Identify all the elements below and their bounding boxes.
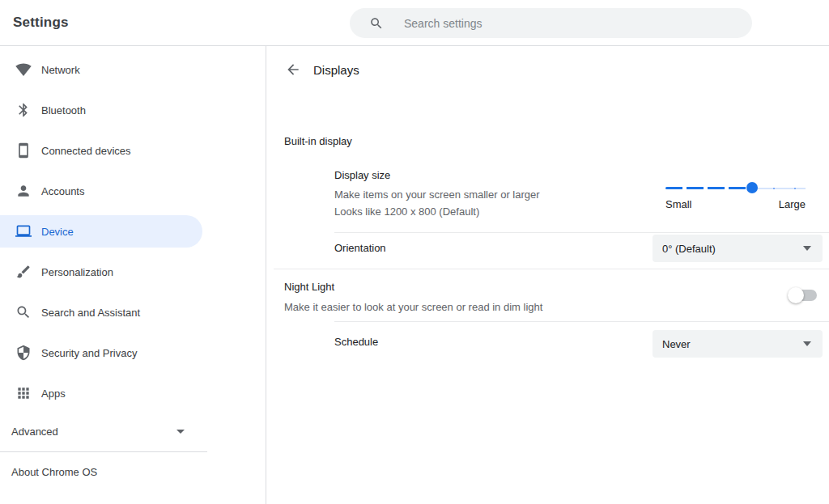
row-divider: [334, 232, 829, 233]
slider-max-label: Large: [779, 198, 806, 210]
search-bar[interactable]: [350, 8, 752, 38]
bluetooth-icon: [15, 102, 32, 118]
app-title: Settings: [13, 15, 69, 31]
brush-icon: [15, 264, 32, 280]
slider-min-label: Small: [665, 198, 692, 210]
sidebar-item-device[interactable]: Device: [0, 211, 266, 252]
sidebar-item-about-chrome-os[interactable]: About Chrome OS: [0, 466, 266, 478]
sidebar-item-label: Accounts: [41, 185, 84, 197]
sidebar-item-label: Apps: [41, 388, 66, 400]
sidebar: Network Bluetooth Connected devices Acco…: [0, 46, 266, 504]
search-input[interactable]: [404, 17, 739, 30]
sidebar-item-label: Bluetooth: [41, 104, 86, 116]
chevron-down-icon: [803, 341, 811, 346]
sidebar-item-label: Search and Assistant: [41, 307, 140, 319]
sidebar-item-network[interactable]: Network: [0, 49, 266, 90]
search-icon: [369, 16, 384, 31]
shield-icon: [15, 345, 32, 361]
orientation-dropdown[interactable]: 0° (Default): [653, 235, 823, 262]
section-divider: [274, 269, 829, 269]
orientation-value: 0° (Default): [662, 243, 803, 255]
display-size-description-line1: Make items on your screen smaller or lar…: [334, 186, 540, 203]
chevron-down-icon: [176, 430, 185, 434]
display-size-slider-fill: [665, 187, 752, 189]
display-size-slider-thumb[interactable]: [746, 182, 758, 193]
schedule-value: Never: [662, 338, 803, 350]
display-size-description-line2: Looks like 1200 x 800 (Default): [334, 203, 540, 220]
sidebar-item-search-assistant[interactable]: Search and Assistant: [0, 292, 266, 332]
schedule-label: Schedule: [334, 336, 378, 348]
display-size-description: Make items on your screen smaller or lar…: [334, 186, 540, 220]
sidebar-item-label: Connected devices: [41, 145, 131, 157]
sidebar-item-connected-devices[interactable]: Connected devices: [0, 130, 266, 171]
chevron-down-icon: [803, 246, 811, 251]
advanced-label: Advanced: [11, 426, 58, 438]
night-light-label: Night Light: [284, 281, 334, 293]
sidebar-item-security-privacy[interactable]: Security and Privacy: [0, 332, 266, 373]
display-size-slider[interactable]: [665, 182, 806, 193]
displays-settings-panel: Displays Built-in display Display size M…: [267, 46, 829, 504]
sidebar-item-personalization[interactable]: Personalization: [0, 252, 266, 292]
toggle-knob: [788, 287, 804, 303]
night-light-description: Make it easier to look at your screen or…: [284, 299, 542, 316]
laptop-icon: [15, 223, 32, 239]
section-title-built-in-display: Built-in display: [284, 135, 352, 147]
schedule-dropdown[interactable]: Never: [653, 330, 823, 358]
back-arrow-button[interactable]: [285, 61, 301, 78]
sidebar-item-label: Personalization: [41, 266, 113, 278]
sidebar-item-label: Security and Privacy: [41, 347, 138, 359]
sidebar-item-apps[interactable]: Apps: [0, 373, 266, 413]
row-divider: [334, 321, 829, 322]
smartphone-icon: [15, 142, 32, 159]
page-title: Displays: [313, 63, 359, 77]
night-light-toggle[interactable]: [789, 290, 817, 301]
sidebar-item-bluetooth[interactable]: Bluetooth: [0, 90, 266, 130]
search-icon: [15, 304, 32, 320]
orientation-label: Orientation: [334, 242, 386, 254]
apps-grid-icon: [15, 385, 32, 401]
sidebar-item-label: Device: [41, 226, 74, 238]
sidebar-item-advanced[interactable]: Advanced: [0, 413, 266, 449]
person-icon: [15, 183, 32, 199]
sidebar-divider: [0, 451, 207, 452]
sidebar-item-label: Network: [41, 64, 80, 76]
display-size-slider-track: [752, 188, 806, 189]
top-bar: Settings: [0, 0, 829, 46]
display-size-label: Display size: [334, 168, 390, 183]
display-size-slider-labels: Small Large: [665, 198, 806, 210]
wifi-icon: [15, 61, 32, 78]
sidebar-item-accounts[interactable]: Accounts: [0, 171, 266, 211]
